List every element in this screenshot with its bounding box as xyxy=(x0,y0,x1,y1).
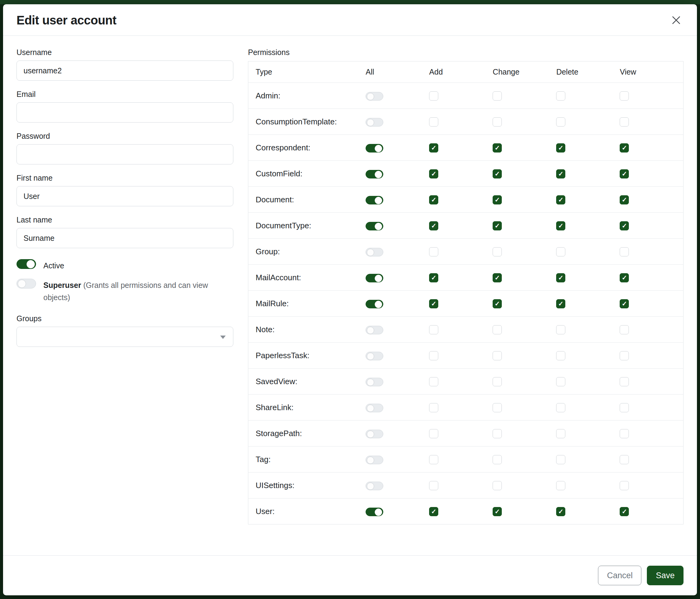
permission-delete-checkbox[interactable] xyxy=(556,403,565,412)
permission-change-checkbox[interactable] xyxy=(493,403,502,412)
permission-delete-checkbox[interactable] xyxy=(556,221,565,231)
permission-view-checkbox[interactable] xyxy=(620,351,629,360)
permission-view-checkbox[interactable] xyxy=(620,273,629,282)
permission-all-toggle[interactable] xyxy=(366,92,383,100)
permission-add-checkbox[interactable] xyxy=(429,221,438,231)
permission-change-checkbox[interactable] xyxy=(493,377,502,386)
permission-add-checkbox[interactable] xyxy=(429,143,438,152)
permission-delete-checkbox[interactable] xyxy=(556,273,565,282)
permission-change-checkbox[interactable] xyxy=(493,91,502,100)
permission-delete-checkbox[interactable] xyxy=(556,481,565,490)
password-input[interactable] xyxy=(17,144,233,164)
permission-view-checkbox[interactable] xyxy=(620,429,629,438)
permission-add-checkbox[interactable] xyxy=(429,429,438,438)
permission-all-toggle[interactable] xyxy=(366,248,383,257)
permission-delete-checkbox[interactable] xyxy=(556,351,565,360)
permission-view-checkbox[interactable] xyxy=(620,299,629,308)
last-name-input[interactable] xyxy=(17,228,233,248)
permission-change-checkbox[interactable] xyxy=(493,143,502,152)
permission-all-toggle[interactable] xyxy=(366,482,383,490)
permission-delete-checkbox[interactable] xyxy=(556,117,565,126)
permission-all-toggle[interactable] xyxy=(366,456,383,464)
permission-add-checkbox[interactable] xyxy=(429,325,438,334)
permission-change-checkbox[interactable] xyxy=(493,221,502,231)
permission-delete-checkbox[interactable] xyxy=(556,195,565,205)
permission-change-checkbox[interactable] xyxy=(493,325,502,334)
permission-all-toggle[interactable] xyxy=(366,274,383,282)
permission-view-checkbox[interactable] xyxy=(620,403,629,412)
permission-change-checkbox[interactable] xyxy=(493,247,502,257)
permission-delete-checkbox[interactable] xyxy=(556,299,565,308)
permission-view-checkbox[interactable] xyxy=(620,117,629,126)
permission-change-checkbox[interactable] xyxy=(493,117,502,126)
permission-all-toggle[interactable] xyxy=(366,404,383,412)
permission-change-checkbox[interactable] xyxy=(493,429,502,438)
username-input[interactable] xyxy=(17,61,233,81)
permission-all-toggle[interactable] xyxy=(366,196,383,205)
active-toggle[interactable] xyxy=(17,259,36,269)
permission-change-checkbox[interactable] xyxy=(493,195,502,205)
permission-change-checkbox[interactable] xyxy=(493,169,502,178)
permission-view-checkbox[interactable] xyxy=(620,481,629,490)
permission-view-checkbox[interactable] xyxy=(620,91,629,100)
close-button[interactable] xyxy=(669,13,683,27)
permission-all-toggle[interactable] xyxy=(366,430,383,438)
permission-delete-checkbox[interactable] xyxy=(556,429,565,438)
permission-add-checkbox[interactable] xyxy=(429,195,438,205)
permission-view-checkbox[interactable] xyxy=(620,507,629,516)
permission-delete-checkbox[interactable] xyxy=(556,325,565,334)
permission-all-toggle[interactable] xyxy=(366,170,383,178)
permission-delete-checkbox[interactable] xyxy=(556,507,565,516)
permission-view-checkbox[interactable] xyxy=(620,221,629,231)
permission-change-checkbox[interactable] xyxy=(493,299,502,308)
permission-all-toggle[interactable] xyxy=(366,352,383,360)
permission-view-checkbox[interactable] xyxy=(620,247,629,257)
permission-view-checkbox[interactable] xyxy=(620,455,629,464)
permission-add-checkbox[interactable] xyxy=(429,507,438,516)
permission-change-checkbox[interactable] xyxy=(493,507,502,516)
permission-add-checkbox[interactable] xyxy=(429,117,438,126)
first-name-group: First name xyxy=(17,174,233,206)
cancel-button[interactable]: Cancel xyxy=(598,566,641,585)
permission-all-toggle[interactable] xyxy=(366,508,383,516)
permission-delete-checkbox[interactable] xyxy=(556,91,565,100)
permission-all-toggle[interactable] xyxy=(366,378,383,386)
permission-view-checkbox[interactable] xyxy=(620,325,629,334)
permission-all-toggle[interactable] xyxy=(366,118,383,126)
permission-add-checkbox[interactable] xyxy=(429,91,438,100)
email-input[interactable] xyxy=(17,102,233,123)
permission-delete-checkbox[interactable] xyxy=(556,455,565,464)
permission-delete-checkbox[interactable] xyxy=(556,143,565,152)
last-name-label: Last name xyxy=(17,215,233,224)
permission-add-checkbox[interactable] xyxy=(429,351,438,360)
permission-delete-checkbox[interactable] xyxy=(556,247,565,257)
permission-view-checkbox[interactable] xyxy=(620,195,629,205)
permission-add-checkbox[interactable] xyxy=(429,299,438,308)
permission-add-checkbox[interactable] xyxy=(429,481,438,490)
permission-all-toggle[interactable] xyxy=(366,222,383,231)
permission-change-checkbox[interactable] xyxy=(493,455,502,464)
column-header-type: Type xyxy=(248,62,366,83)
first-name-input[interactable] xyxy=(17,186,233,206)
permission-all-toggle[interactable] xyxy=(366,300,383,308)
permission-view-checkbox[interactable] xyxy=(620,377,629,386)
permission-all-toggle[interactable] xyxy=(366,326,383,334)
permission-view-checkbox[interactable] xyxy=(620,143,629,152)
permission-change-checkbox[interactable] xyxy=(493,351,502,360)
save-button[interactable]: Save xyxy=(647,566,683,585)
permission-delete-checkbox[interactable] xyxy=(556,169,565,178)
superuser-toggle[interactable] xyxy=(17,279,36,288)
permission-add-checkbox[interactable] xyxy=(429,273,438,282)
permission-view-checkbox[interactable] xyxy=(620,169,629,178)
groups-select[interactable] xyxy=(17,327,233,347)
permission-change-checkbox[interactable] xyxy=(493,481,502,490)
permission-add-checkbox[interactable] xyxy=(429,247,438,257)
permission-add-checkbox[interactable] xyxy=(429,455,438,464)
permission-row: Group: xyxy=(248,239,683,265)
permission-change-checkbox[interactable] xyxy=(493,273,502,282)
permission-all-toggle[interactable] xyxy=(366,144,383,152)
permission-add-checkbox[interactable] xyxy=(429,377,438,386)
permission-add-checkbox[interactable] xyxy=(429,403,438,412)
permission-delete-checkbox[interactable] xyxy=(556,377,565,386)
permission-add-checkbox[interactable] xyxy=(429,169,438,178)
